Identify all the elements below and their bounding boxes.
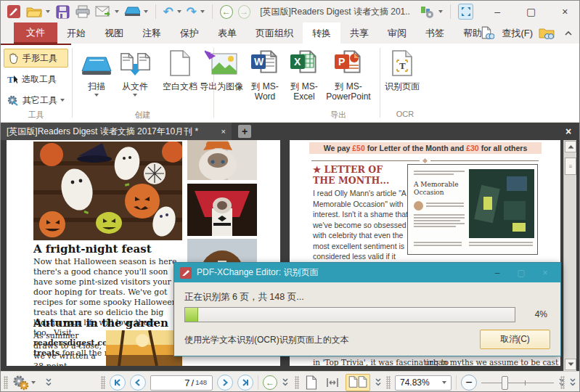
tab-convert[interactable]: 转换 bbox=[303, 23, 340, 44]
select-tool-button[interactable]: T 选取工具 bbox=[4, 70, 68, 89]
hand-tool-button[interactable]: 手形工具 bbox=[4, 49, 68, 68]
next-page-button[interactable] bbox=[217, 375, 233, 391]
previous-page-button[interactable] bbox=[130, 375, 146, 391]
tab-comment[interactable]: 注释 bbox=[133, 23, 171, 44]
expand-more-icon[interactable] bbox=[569, 378, 576, 387]
page-number-input[interactable]: 7 / 148 bbox=[150, 375, 213, 391]
open-dropdown-caret[interactable] bbox=[46, 10, 50, 13]
select-tool-label: 选取工具 bbox=[22, 73, 57, 86]
tab-file[interactable]: 文件 bbox=[14, 23, 57, 44]
zoom-slider[interactable] bbox=[481, 383, 554, 383]
tab-form[interactable]: 表单 bbox=[208, 23, 246, 44]
scrollbar-thumb[interactable]: ≡ bbox=[565, 158, 576, 175]
print-icon[interactable] bbox=[75, 4, 89, 20]
letter-body-text: I read Olly Mann's article "A Memorable … bbox=[313, 188, 410, 272]
to-word-label-2: Word bbox=[255, 91, 275, 102]
email-dropdown-caret[interactable] bbox=[115, 10, 119, 13]
zoom-slider-handle[interactable] bbox=[502, 376, 508, 390]
history-forward-button[interactable]: → bbox=[238, 5, 251, 19]
svg-text:T: T bbox=[399, 60, 406, 71]
undo-dropdown-caret[interactable] bbox=[177, 10, 181, 13]
to-powerpoint-button[interactable]: P 到 MS-PowerPoint bbox=[320, 48, 377, 102]
expand-toolbar-icon[interactable] bbox=[45, 378, 52, 387]
fit-width-icon[interactable] bbox=[324, 374, 341, 391]
minimize-button[interactable]: – bbox=[487, 3, 507, 20]
current-page: 7 bbox=[184, 377, 189, 388]
group-label-ocr: OCR bbox=[380, 110, 430, 118]
zoom-out-button[interactable]: − bbox=[461, 375, 477, 391]
letter-of-month-heading: ★ LETTER OFTHE MONTH... bbox=[313, 164, 389, 186]
titlebar-separator bbox=[212, 4, 213, 19]
dialog-titlebar[interactable]: PDF-XChange Editor: 识别页面 – ▢ × bbox=[174, 263, 560, 282]
window-title: [英国版]Readers Digest 读者文摘 201.. bbox=[260, 6, 410, 18]
titlebar-separator bbox=[155, 4, 156, 19]
tab-protect[interactable]: 保护 bbox=[171, 23, 208, 44]
progress-percent: 4% bbox=[535, 309, 547, 319]
new-tab-button[interactable]: + bbox=[238, 125, 251, 138]
tab-organize[interactable]: 页面组织 bbox=[246, 23, 303, 44]
from-file-caret bbox=[133, 94, 137, 97]
fullscreen-icon[interactable] bbox=[458, 4, 473, 20]
single-page-view-icon[interactable] bbox=[303, 374, 319, 391]
other-tools-button[interactable]: 其它工具 bbox=[4, 91, 68, 110]
undo-icon[interactable]: ↶ bbox=[163, 4, 173, 19]
tab-home[interactable]: 开始 bbox=[57, 23, 95, 44]
customize-toolbars-icon[interactable] bbox=[420, 4, 435, 20]
redo-dropdown-caret[interactable] bbox=[200, 10, 205, 13]
find-icon[interactable] bbox=[480, 25, 496, 41]
scroll-up-icon[interactable] bbox=[565, 141, 576, 152]
ocr-pages-button[interactable]: T 识别页面 bbox=[376, 48, 428, 91]
document-tab-title: [英国版]Readers Digest 读者文摘 2017年10月刊 * bbox=[7, 126, 198, 138]
last-page-button[interactable] bbox=[237, 375, 253, 391]
two-page-view-icon[interactable] bbox=[346, 374, 370, 391]
dialog-minimize-button[interactable]: – bbox=[488, 266, 507, 280]
dialog-close-button[interactable]: × bbox=[536, 266, 555, 280]
zoom-dropdown-caret[interactable] bbox=[442, 381, 446, 384]
preview-article-title: A Memorable Occasion bbox=[414, 181, 466, 197]
expand-nav-icon[interactable] bbox=[282, 378, 289, 387]
zoom-level-input[interactable]: 74.83% bbox=[395, 375, 452, 391]
ocr-progress-dialog: PDF-XChange Editor: 识别页面 – ▢ × 正在识别第 6 页… bbox=[173, 262, 561, 356]
search-folder-icon[interactable] bbox=[539, 25, 555, 41]
toolbar-grip[interactable] bbox=[101, 376, 105, 389]
svg-text:T: T bbox=[7, 74, 14, 85]
document-scrollbar[interactable]: ≡ bbox=[563, 140, 576, 371]
toolbar-grip[interactable] bbox=[386, 376, 391, 389]
maximize-button[interactable]: ▢ bbox=[521, 3, 542, 20]
redo-icon[interactable]: ↷ bbox=[187, 4, 197, 19]
first-page-button[interactable] bbox=[110, 375, 126, 391]
toolbar-grip[interactable] bbox=[560, 376, 565, 389]
scanner-icon[interactable] bbox=[124, 4, 140, 20]
tab-view[interactable]: 视图 bbox=[95, 23, 133, 44]
tab-bar-close-icon[interactable]: × bbox=[562, 125, 575, 138]
window-titlebar: ↶ ↷ ← → [英国版]Readers Digest 读者文摘 201.. –… bbox=[1, 1, 580, 23]
email-icon[interactable] bbox=[95, 4, 111, 20]
previous-view-button[interactable]: ← bbox=[263, 375, 277, 390]
history-back-button[interactable]: ← bbox=[220, 5, 233, 19]
save-icon[interactable] bbox=[55, 4, 70, 20]
dialog-maximize-button[interactable]: ▢ bbox=[512, 266, 531, 280]
expand-view-icon[interactable] bbox=[375, 378, 382, 387]
open-file-icon[interactable] bbox=[26, 4, 42, 20]
status-options-gears-icon[interactable] bbox=[12, 375, 29, 391]
scanner-dropdown-caret[interactable] bbox=[144, 10, 148, 13]
tab-review[interactable]: 审阅 bbox=[378, 23, 416, 44]
status-options-caret[interactable] bbox=[31, 381, 36, 384]
document-tab[interactable]: [英国版]Readers Digest 读者文摘 2017年10月刊 * × bbox=[1, 123, 232, 140]
scroll-down-icon[interactable] bbox=[565, 359, 576, 370]
to-powerpoint-label-1: 到 MS- bbox=[335, 81, 362, 91]
preview-illustration bbox=[469, 169, 534, 238]
close-button[interactable]: × bbox=[555, 3, 575, 20]
progress-bar bbox=[184, 307, 515, 322]
article-heading-1: A fright-night feast bbox=[33, 242, 152, 256]
toolbar-grip[interactable] bbox=[295, 376, 299, 389]
ocr-status-text: 正在识别第 6 页，共 148 页... bbox=[184, 291, 304, 303]
collapse-ribbon-icon[interactable] bbox=[560, 25, 576, 41]
customize-dropdown-caret[interactable] bbox=[438, 10, 443, 13]
cancel-button[interactable]: 取消(C) bbox=[480, 330, 550, 349]
document-tab-close-icon[interactable]: × bbox=[221, 127, 226, 136]
tab-bookmarks[interactable]: 书签 bbox=[416, 23, 454, 44]
tab-share[interactable]: 共享 bbox=[340, 23, 378, 44]
toolbar-grip[interactable] bbox=[4, 376, 8, 389]
find-label[interactable]: 查找(F) bbox=[502, 27, 533, 40]
